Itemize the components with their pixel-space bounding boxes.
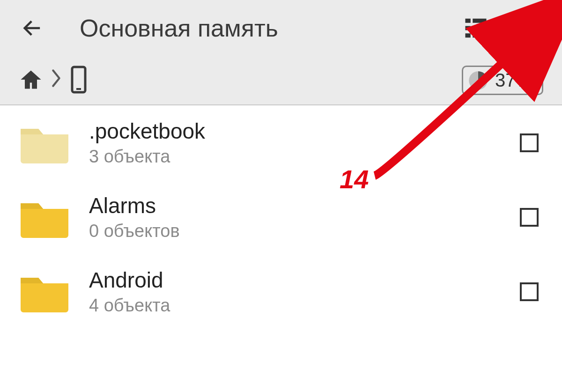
storage-indicator[interactable]: 37% [462, 66, 543, 95]
folder-row[interactable]: Android 4 объекта [0, 254, 562, 329]
svg-point-8 [528, 33, 532, 38]
folder-icon [19, 122, 70, 163]
select-checkbox[interactable] [520, 133, 539, 152]
folder-row[interactable]: Alarms 0 объектов [0, 180, 562, 254]
back-button[interactable] [19, 14, 47, 42]
folder-name: Alarms [89, 193, 501, 218]
select-checkbox[interactable] [520, 282, 539, 301]
svg-point-7 [528, 26, 532, 30]
page-title: Основная память [80, 14, 278, 42]
breadcrumb-separator [52, 68, 61, 93]
view-mode-button[interactable] [463, 15, 489, 41]
header-actions [463, 15, 543, 41]
breadcrumb-bar: 37% [0, 56, 562, 105]
pie-chart-icon [468, 70, 488, 91]
folder-name: Android [89, 267, 501, 293]
folder-icon [19, 197, 70, 238]
folder-text: Android 4 объекта [89, 267, 501, 316]
folder-name: .pocketbook [89, 118, 501, 144]
breadcrumb-home[interactable] [19, 67, 43, 94]
list-view-icon [463, 15, 488, 41]
back-arrow-icon [21, 16, 45, 40]
folder-subtitle: 4 объекта [89, 296, 501, 316]
device-icon [69, 66, 88, 94]
more-options-button[interactable] [517, 15, 543, 41]
folder-text: .pocketbook 3 объекта [89, 118, 501, 167]
select-checkbox[interactable] [520, 208, 539, 227]
svg-rect-5 [473, 33, 486, 37]
home-icon [19, 67, 43, 92]
folder-row[interactable]: .pocketbook 3 объекта [0, 105, 562, 180]
file-list: .pocketbook 3 объекта Alarms 0 объектов … [0, 105, 562, 329]
app-header: Основная память [0, 0, 562, 56]
svg-rect-3 [473, 26, 486, 30]
breadcrumb-device[interactable] [69, 66, 88, 96]
more-vertical-icon [525, 15, 536, 41]
storage-percent-label: 37% [495, 70, 532, 91]
svg-rect-4 [466, 33, 471, 37]
folder-subtitle: 3 объекта [89, 147, 501, 167]
folder-icon [19, 271, 70, 312]
svg-rect-2 [466, 26, 471, 30]
folder-text: Alarms 0 объектов [89, 193, 501, 241]
svg-rect-0 [466, 19, 471, 23]
svg-rect-1 [473, 19, 486, 23]
breadcrumb [19, 66, 88, 96]
svg-point-6 [528, 18, 532, 23]
folder-subtitle: 0 объектов [89, 221, 501, 241]
chevron-right-icon [52, 68, 61, 89]
svg-rect-10 [76, 88, 81, 90]
